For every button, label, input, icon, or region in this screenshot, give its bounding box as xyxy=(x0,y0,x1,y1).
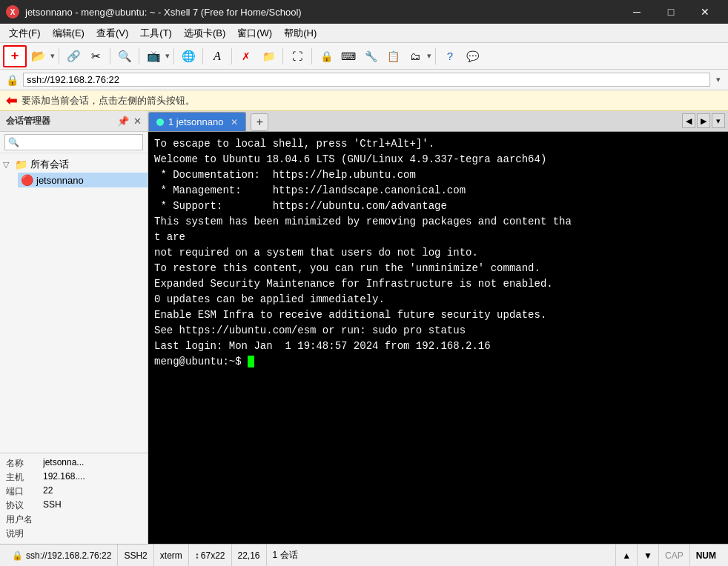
tree-root[interactable]: ▽ 📁 所有会话 xyxy=(0,156,148,173)
tree-item-label: jetsonnano xyxy=(36,175,84,186)
disconnect-button[interactable]: ✂ xyxy=(85,46,106,67)
zoom-button[interactable]: 🔍 xyxy=(114,46,135,67)
panel-header: 会话管理器 📌 ✕ xyxy=(0,111,148,132)
tab-prev-button[interactable]: ◀ xyxy=(682,113,695,128)
toolbar-sep-1 xyxy=(59,48,59,64)
menu-tabs[interactable]: 选项卡(B) xyxy=(178,24,231,42)
terminal-line: t are xyxy=(154,230,722,245)
prop-host: 主机 192.168.... xyxy=(6,470,142,485)
lock-icon: 🔒 xyxy=(6,74,19,86)
tab-add-button[interactable]: + xyxy=(251,113,268,131)
panel-icon-group: 📌 ✕ xyxy=(117,116,142,127)
font-button[interactable]: A xyxy=(207,46,228,67)
status-scroll-up[interactable]: ▲ xyxy=(616,545,638,566)
connect-button[interactable]: 🔗 xyxy=(63,46,84,67)
prop-desc: 说明 xyxy=(6,527,142,541)
address-dropdown[interactable]: ▾ xyxy=(715,73,722,86)
address-input[interactable] xyxy=(23,73,710,87)
xshell-icon-button[interactable]: ✗ xyxy=(236,46,257,67)
files-dropdown[interactable]: ▾ xyxy=(427,51,431,61)
minimize-button[interactable]: ─ xyxy=(620,0,654,24)
open-dropdown[interactable]: ▾ xyxy=(50,51,55,61)
status-size-text: 67x22 xyxy=(201,550,225,561)
new-session-button[interactable]: + xyxy=(3,45,27,67)
terminal-cursor xyxy=(248,356,254,367)
screen-dropdown[interactable]: ▾ xyxy=(165,51,170,61)
arrow-icon: ⬅ xyxy=(6,93,17,109)
panel-close-button[interactable]: ✕ xyxy=(133,116,142,127)
compose-button[interactable]: 📋 xyxy=(383,46,403,67)
status-num: NUM xyxy=(690,545,722,566)
prop-username: 用户名 xyxy=(6,513,142,527)
menu-edit[interactable]: 编辑(E) xyxy=(47,24,90,42)
keyboard-button[interactable]: ⌨ xyxy=(338,46,359,67)
toolbar-sep-3 xyxy=(139,48,139,64)
terminal-line: 0 updates can be applied immediately. xyxy=(154,292,722,307)
tab-next-button[interactable]: ▶ xyxy=(697,113,710,128)
pin-button[interactable]: 📌 xyxy=(117,116,129,127)
terminal-line: not required on a system that users do n… xyxy=(154,245,722,261)
menu-view[interactable]: 查看(V) xyxy=(90,24,134,42)
status-terminal-text: xterm xyxy=(160,550,182,561)
cap-text: CAP xyxy=(665,550,684,561)
terminal-line: meng@ubuntu:~$ xyxy=(154,354,722,370)
msg-button[interactable]: 💬 xyxy=(462,46,483,67)
status-protocol-text: SSH2 xyxy=(124,550,147,561)
globe-button[interactable]: 🌐 xyxy=(178,46,199,67)
prop-val-desc xyxy=(43,527,142,540)
status-size-icon: ↕ xyxy=(195,550,199,561)
menu-window[interactable]: 窗口(W) xyxy=(231,24,278,42)
session-tree: ▽ 📁 所有会话 🔴 jetsonnano xyxy=(0,153,148,453)
prop-val-port: 22 xyxy=(43,485,142,498)
terminal-line: Enable ESM Infra to receive additional f… xyxy=(154,307,722,323)
num-text: NUM xyxy=(696,550,716,561)
tab-label: 1 jetsonnano xyxy=(168,116,223,127)
toolbar-sep-6 xyxy=(231,48,232,64)
terminal-line: To escape to local shell, press 'Ctrl+Al… xyxy=(154,136,722,152)
terminal-line: This system has been minimized by removi… xyxy=(154,214,722,230)
prop-key-host: 主机 xyxy=(6,471,43,484)
status-bar: 🔒 ssh://192.168.2.76:22 SSH2 xterm ↕ 67x… xyxy=(0,544,728,566)
toolbar-sep-5 xyxy=(202,48,203,64)
scroll-up-icon[interactable]: ▲ xyxy=(622,550,631,561)
status-scroll-down[interactable]: ▼ xyxy=(638,545,659,566)
menu-file[interactable]: 文件(F) xyxy=(3,24,47,42)
menu-bar: 文件(F) 编辑(E) 查看(V) 工具(T) 选项卡(B) 窗口(W) 帮助(… xyxy=(0,24,728,43)
tab-status-dot xyxy=(156,119,164,126)
menu-help[interactable]: 帮助(H) xyxy=(278,24,322,42)
screen-button[interactable]: 📺 xyxy=(143,46,164,67)
menu-tools[interactable]: 工具(T) xyxy=(134,24,178,42)
scroll-down-icon[interactable]: ▼ xyxy=(643,550,652,561)
prop-val-name: jetsonna... xyxy=(43,457,142,470)
files-button[interactable]: 🗂 xyxy=(405,46,426,67)
panel-title: 会话管理器 xyxy=(6,115,50,127)
help-button[interactable]: ? xyxy=(440,46,460,67)
folder-icon: 📁 xyxy=(15,159,27,170)
toolbar-sep-8 xyxy=(311,48,312,64)
tab-close-button[interactable]: ✕ xyxy=(231,117,238,127)
search-bar xyxy=(0,132,148,153)
session-search-input[interactable] xyxy=(4,134,143,150)
maximize-button[interactable]: □ xyxy=(654,0,688,24)
terminal[interactable]: To escape to local shell, press 'Ctrl+Al… xyxy=(148,132,728,544)
lock-button[interactable]: 🔒 xyxy=(316,46,337,67)
terminal-line: See https://ubuntu.com/esm or run: sudo … xyxy=(154,323,722,339)
tree-item-jetsonnano[interactable]: 🔴 jetsonnano xyxy=(18,173,148,187)
left-panel: 会话管理器 📌 ✕ ▽ 📁 所有会话 🔴 jetsonnano xyxy=(0,111,148,544)
tools-button[interactable]: 🔧 xyxy=(360,46,381,67)
open-folder-button[interactable]: 📂 xyxy=(28,46,49,67)
sftp-button[interactable]: 📁 xyxy=(258,46,279,67)
status-cap: CAP xyxy=(659,545,690,566)
fullscreen-button[interactable]: ⛶ xyxy=(287,46,308,67)
toolbar-sep-4 xyxy=(173,48,174,64)
terminal-line: Welcome to Ubuntu 18.04.6 LTS (GNU/Linux… xyxy=(154,152,722,167)
close-button[interactable]: ✕ xyxy=(688,0,722,24)
prop-name: 名称 jetsonna... xyxy=(6,456,142,470)
prop-key-desc: 说明 xyxy=(6,527,43,540)
toolbar-sep-9 xyxy=(435,48,436,64)
tab-jetsonnano[interactable]: 1 jetsonnano ✕ xyxy=(148,112,246,131)
info-text: 要添加当前会话，点击左侧的箭头按钮。 xyxy=(21,94,195,107)
tab-dropdown-button[interactable]: ▾ xyxy=(712,113,725,128)
terminal-line: * Support: https://ubuntu.com/advantage xyxy=(154,199,722,214)
toolbar-sep-2 xyxy=(110,48,110,64)
